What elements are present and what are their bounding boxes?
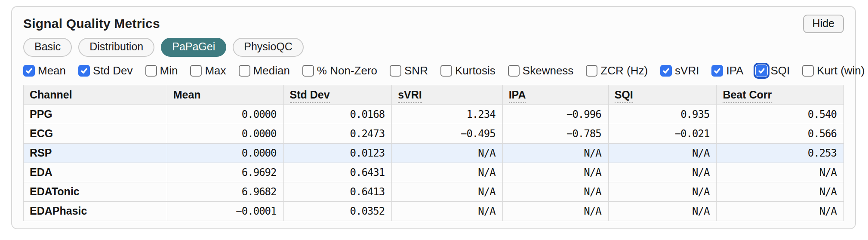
cell-sqi: N/A (608, 143, 717, 163)
metric-checkbox-min[interactable]: Min (145, 64, 178, 77)
table-row-rsp[interactable]: RSP 0.0000 0.0123 N/A N/A N/A 0.253 (24, 143, 844, 163)
cell-beat-corr: N/A (717, 182, 844, 201)
table-row-ecg[interactable]: ECG 0.0000 0.2473 −0.495 −0.785 −0.021 0… (24, 124, 844, 143)
cell-ipa: N/A (502, 143, 608, 163)
channel-name: ECG (24, 124, 167, 143)
channel-name: EDATonic (24, 182, 167, 201)
metric-checkbox-median[interactable]: Median (239, 64, 290, 77)
metric-checkbox-skewness[interactable]: Skewness (508, 64, 574, 77)
checkbox-unchecked-icon[interactable] (508, 65, 520, 77)
checkbox-label[interactable]: SQI (770, 64, 790, 77)
cell-svri: N/A (392, 201, 502, 221)
table-row-ppg[interactable]: PPG 0.0000 0.0168 1.234 −0.996 0.935 0.5… (24, 105, 844, 124)
table-row-edaphasic[interactable]: EDAPhasic −0.0001 0.0352 N/A N/A N/A N/A (24, 201, 844, 221)
cell-svri: N/A (392, 163, 502, 182)
metric-checkbox-sqi[interactable]: SQI (756, 64, 790, 77)
cell-svri: N/A (392, 143, 502, 163)
cell-ipa: N/A (502, 201, 608, 221)
checkbox-unchecked-icon[interactable] (145, 65, 157, 77)
tab-distribution[interactable]: Distribution (78, 38, 154, 57)
metric-group-tabs: Basic Distribution PaPaGei PhysioQC (23, 38, 844, 57)
checkbox-unchecked-icon[interactable] (390, 65, 401, 77)
checkbox-label[interactable]: sVRI (675, 64, 699, 77)
metric-checkbox-row: Mean Std Dev Min Max Median % Non-Zero S… (23, 64, 844, 78)
checkbox-label[interactable]: Std Dev (93, 64, 133, 77)
table-header-row: Channel Mean Std Dev sVRI IPA SQI Beat C… (24, 85, 844, 105)
cell-std-dev: 0.6431 (283, 163, 392, 182)
checkbox-label[interactable]: Skewness (523, 64, 574, 77)
channel-name: PPG (24, 105, 167, 124)
cell-svri: −0.495 (392, 124, 502, 143)
checkbox-label[interactable]: IPA (726, 64, 743, 77)
tab-basic[interactable]: Basic (23, 38, 72, 57)
checkbox-checked-icon[interactable] (711, 65, 723, 77)
cell-sqi: 0.935 (608, 105, 717, 124)
checkbox-unchecked-icon[interactable] (802, 65, 814, 77)
metric-checkbox-ipa[interactable]: IPA (711, 64, 743, 77)
cell-mean: 0.0000 (167, 105, 283, 124)
channel-name: RSP (24, 143, 167, 163)
metric-checkbox-max[interactable]: Max (190, 64, 226, 77)
cell-mean: 0.0000 (167, 143, 283, 163)
checkbox-label[interactable]: Min (160, 64, 178, 77)
checkbox-label[interactable]: Mean (38, 64, 66, 77)
hide-button[interactable]: Hide (803, 15, 844, 33)
checkbox-checked-icon[interactable] (756, 65, 767, 77)
metric-checkbox-zcr-hz[interactable]: ZCR (Hz) (586, 64, 648, 77)
column-header-svri: sVRI (392, 85, 502, 105)
cell-std-dev: 0.2473 (283, 124, 392, 143)
cell-std-dev: 0.0123 (283, 143, 392, 163)
checkbox-unchecked-icon[interactable] (586, 65, 597, 77)
tab-physioqc[interactable]: PhysioQC (233, 38, 304, 57)
cell-mean: 6.9682 (167, 182, 283, 201)
channel-name: EDAPhasic (24, 201, 167, 221)
checkbox-checked-icon[interactable] (78, 65, 90, 77)
cell-sqi: N/A (608, 201, 717, 221)
metric-checkbox-kurtosis[interactable]: Kurtosis (440, 64, 496, 77)
cell-mean: 0.0000 (167, 124, 283, 143)
tab-papagei[interactable]: PaPaGei (161, 38, 226, 57)
cell-mean: −0.0001 (167, 201, 283, 221)
metric-checkbox-mean[interactable]: Mean (23, 64, 66, 77)
cell-ipa: N/A (502, 182, 608, 201)
cell-beat-corr: 0.540 (717, 105, 844, 124)
checkbox-label[interactable]: Kurt (win) (817, 64, 865, 77)
metric-checkbox-snr[interactable]: SNR (390, 64, 428, 77)
checkbox-label[interactable]: Kurtosis (455, 64, 496, 77)
table-row-eda[interactable]: EDA 6.9692 0.6431 N/A N/A N/A N/A (24, 163, 844, 182)
cell-std-dev: 0.0168 (283, 105, 392, 124)
checkbox-label[interactable]: % Non-Zero (317, 64, 377, 77)
column-header-sqi: SQI (608, 85, 717, 105)
channel-name: EDA (24, 163, 167, 182)
column-header-beat-corr: Beat Corr (717, 85, 844, 105)
checkbox-checked-icon[interactable] (23, 65, 35, 77)
checkbox-unchecked-icon[interactable] (239, 65, 250, 77)
cell-sqi: N/A (608, 163, 717, 182)
signal-quality-metrics-panel: Signal Quality Metrics Hide Basic Distri… (11, 6, 856, 229)
column-header-std-dev: Std Dev (283, 85, 392, 105)
cell-ipa: −0.785 (502, 124, 608, 143)
metric-checkbox-kurt-win[interactable]: Kurt (win) (802, 64, 865, 77)
signal-quality-table: Channel Mean Std Dev sVRI IPA SQI Beat C… (23, 85, 844, 221)
metric-checkbox-svri[interactable]: sVRI (660, 64, 699, 77)
metric-checkbox-pct-non-zero[interactable]: % Non-Zero (302, 64, 377, 77)
cell-svri: 1.234 (392, 105, 502, 124)
metric-checkbox-std-dev[interactable]: Std Dev (78, 64, 133, 77)
checkbox-checked-icon[interactable] (660, 65, 672, 77)
checkbox-unchecked-icon[interactable] (190, 65, 202, 77)
checkbox-label[interactable]: Max (205, 64, 226, 77)
checkbox-unchecked-icon[interactable] (302, 65, 314, 77)
checkbox-label[interactable]: Median (253, 64, 290, 77)
cell-svri: N/A (392, 182, 502, 201)
checkbox-label[interactable]: SNR (404, 64, 428, 77)
cell-beat-corr: N/A (717, 201, 844, 221)
cell-mean: 6.9692 (167, 163, 283, 182)
cell-ipa: −0.996 (502, 105, 608, 124)
cell-std-dev: 0.0352 (283, 201, 392, 221)
checkbox-label[interactable]: ZCR (Hz) (600, 64, 648, 77)
cell-beat-corr: N/A (717, 163, 844, 182)
cell-beat-corr: 0.253 (717, 143, 844, 163)
table-row-edatonic[interactable]: EDATonic 6.9682 0.6413 N/A N/A N/A N/A (24, 182, 844, 201)
cell-std-dev: 0.6413 (283, 182, 392, 201)
checkbox-unchecked-icon[interactable] (440, 65, 452, 77)
